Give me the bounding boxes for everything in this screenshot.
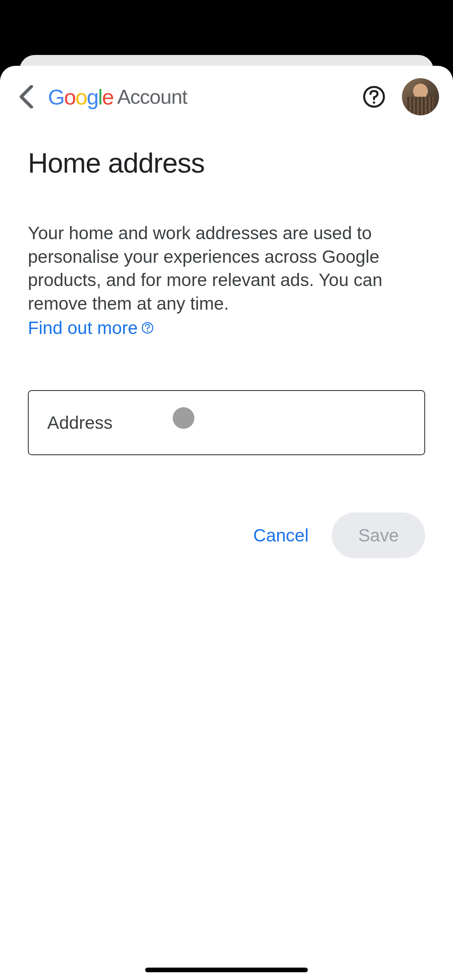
help-button[interactable] [360,83,388,111]
content-area: Home address Your home and work addresse… [0,116,453,558]
home-indicator[interactable] [145,968,308,972]
main-sheet: Google Account Home address Your home an… [0,66,453,980]
learn-more-text: Find out more [28,316,138,340]
page-description: Your home and work addresses are used to… [28,221,425,340]
account-label: Account [117,85,187,108]
address-input-label: Address [47,412,113,433]
address-input-box[interactable]: Address [28,390,425,455]
address-field-container: Address [28,390,425,455]
help-circle-icon [362,85,386,108]
action-buttons: Cancel Save [28,512,425,558]
save-button[interactable]: Save [332,512,425,558]
google-logo-text: Google [48,84,113,110]
header: Google Account [0,66,453,116]
learn-more-link[interactable]: Find out more [28,316,154,340]
page-title: Home address [28,147,425,179]
cancel-button[interactable]: Cancel [253,517,309,553]
svg-point-1 [373,101,375,104]
back-button[interactable] [14,84,39,109]
google-account-logo: Google Account [48,84,187,110]
touch-indicator [173,407,194,429]
description-text: Your home and work addresses are used to… [28,223,382,314]
chevron-left-icon [19,85,34,108]
help-circle-small-icon [141,321,154,334]
svg-point-3 [147,331,148,332]
profile-avatar[interactable] [402,78,439,115]
